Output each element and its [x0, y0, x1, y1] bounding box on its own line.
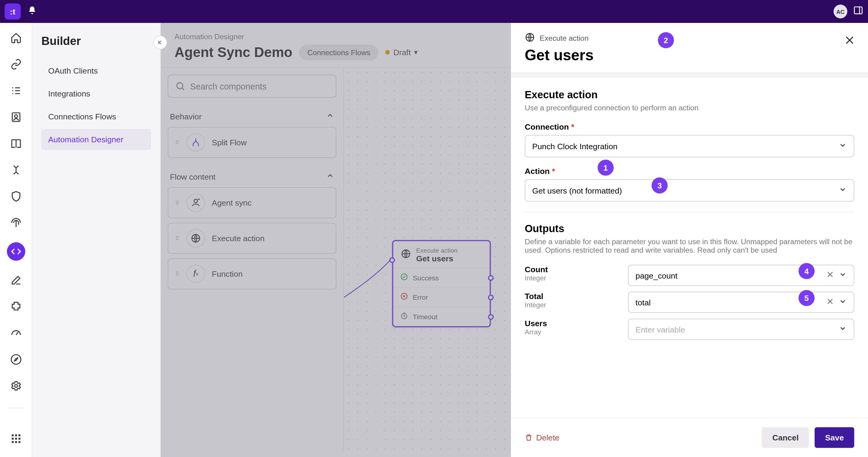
svg-rect-12 — [18, 438, 20, 439]
tour-marker-2: 2 — [658, 32, 674, 48]
svg-rect-14 — [15, 441, 17, 443]
tour-marker-5: 5 — [799, 290, 815, 306]
list-icon[interactable] — [9, 84, 23, 98]
main: Automation Designer Agent Sync Demo Conn… — [161, 23, 868, 457]
globe-icon — [525, 32, 535, 44]
outputs-title: Outputs — [525, 223, 854, 235]
tour-marker-1: 1 — [598, 160, 614, 176]
sidebar-item-integrations[interactable]: Integrations — [41, 83, 151, 104]
close-button[interactable] — [844, 34, 855, 49]
svg-point-3 — [14, 115, 18, 118]
connection-select[interactable]: Punch Clock Integration — [525, 135, 854, 157]
merge-icon[interactable] — [9, 163, 23, 177]
outputs-desc: Define a variable for each parameter you… — [525, 237, 854, 254]
sidebar: Builder OAuth Clients Integrations Conne… — [32, 23, 161, 457]
output-users-input[interactable]: Enter variable — [628, 318, 854, 340]
section-desc: Use a preconfigured connection to perfor… — [525, 103, 854, 112]
code-icon[interactable] — [7, 242, 25, 261]
edit-icon[interactable] — [9, 273, 23, 287]
home-icon[interactable] — [9, 31, 23, 45]
svg-rect-11 — [15, 438, 17, 439]
action-label: Action * — [525, 166, 854, 176]
compass-icon[interactable] — [9, 353, 23, 367]
sidebar-item-oauth[interactable]: OAuth Clients — [41, 60, 151, 81]
cancel-button[interactable]: Cancel — [762, 427, 809, 448]
contacts-icon[interactable] — [9, 110, 23, 124]
chevron-down-icon[interactable] — [839, 324, 847, 334]
notifications-icon[interactable] — [27, 6, 36, 17]
svg-rect-7 — [11, 434, 13, 436]
clear-icon[interactable] — [826, 270, 834, 280]
action-select[interactable]: Get users (not formatted) 3 — [525, 179, 854, 201]
sidebar-item-connections-flows[interactable]: Connections Flows — [41, 106, 151, 127]
output-type: Array — [525, 328, 622, 336]
section-title: Execute action — [525, 89, 854, 101]
output-value: page_count — [636, 271, 826, 280]
svg-rect-15 — [18, 441, 20, 443]
save-button[interactable]: Save — [815, 427, 854, 448]
puzzle-icon[interactable] — [9, 300, 23, 313]
chevron-down-icon — [839, 185, 847, 195]
output-count-input[interactable]: page_count 4 — [628, 265, 854, 286]
clear-icon[interactable] — [826, 298, 834, 307]
action-value: Get users (not formatted) — [532, 186, 622, 195]
collapse-sidebar-button[interactable] — [153, 36, 167, 50]
settings-icon[interactable] — [9, 379, 23, 393]
svg-point-6 — [14, 384, 18, 387]
user-avatar[interactable]: AC — [834, 4, 847, 19]
output-name: Count — [525, 265, 622, 274]
nav-rail — [0, 23, 32, 457]
tour-marker-3: 3 — [652, 178, 668, 193]
shield-icon[interactable] — [9, 190, 23, 204]
svg-rect-8 — [15, 434, 17, 436]
gauge-icon[interactable] — [9, 326, 23, 340]
output-name: Total — [525, 292, 622, 301]
topbar: :t AC — [0, 0, 868, 23]
sidebar-title: Builder — [41, 34, 151, 48]
panel-subtitle: Execute action — [539, 34, 588, 42]
link-icon[interactable] — [9, 57, 23, 71]
side-panel: Execute action Get users 2 Execute actio… — [511, 23, 868, 457]
output-type: Integer — [525, 301, 622, 309]
connection-value: Punch Clock Integration — [532, 142, 618, 151]
output-value: total — [636, 298, 826, 307]
panel-title: Get users — [525, 47, 854, 64]
svg-rect-9 — [18, 434, 20, 436]
output-placeholder: Enter variable — [636, 325, 839, 334]
book-icon[interactable] — [9, 136, 23, 150]
sidebar-item-automation-designer[interactable]: Automation Designer — [41, 129, 151, 150]
svg-rect-10 — [11, 438, 13, 439]
chevron-down-icon[interactable] — [839, 298, 847, 307]
apps-icon[interactable] — [9, 432, 23, 446]
panel-toggle-icon[interactable] — [853, 5, 863, 18]
output-type: Integer — [525, 274, 622, 282]
delete-button[interactable]: Delete — [525, 433, 559, 442]
tour-marker-4: 4 — [799, 263, 815, 279]
output-total-input[interactable]: total 5 — [628, 292, 854, 313]
svg-rect-0 — [855, 7, 862, 13]
delete-label: Delete — [536, 433, 559, 442]
output-name: Users — [525, 318, 622, 328]
svg-marker-5 — [14, 358, 18, 361]
fingerprint-icon[interactable] — [9, 216, 23, 230]
chevron-down-icon — [839, 142, 847, 151]
app-logo[interactable]: :t — [4, 3, 21, 19]
svg-point-4 — [11, 355, 21, 364]
connection-label: Connection * — [525, 122, 854, 131]
chevron-down-icon[interactable] — [839, 270, 847, 280]
svg-rect-13 — [11, 441, 13, 443]
